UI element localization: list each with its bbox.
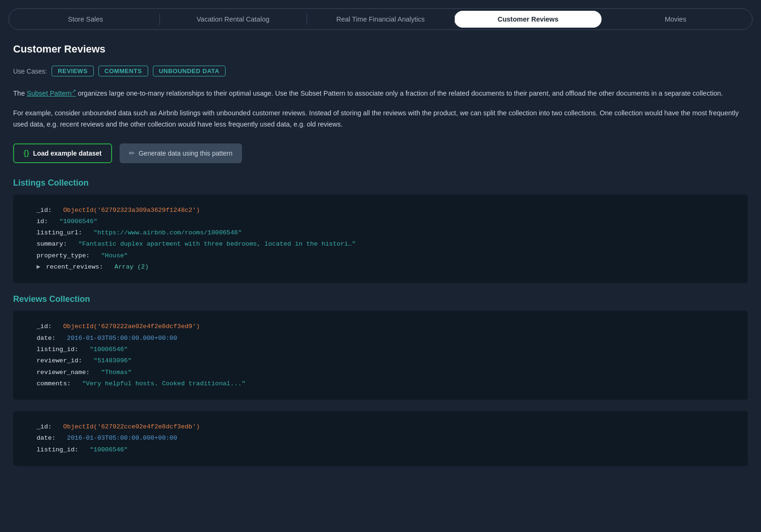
buttons-row: {} Load example dataset ✏ Generate data …	[13, 143, 748, 163]
listing-url-line: listing_url: "https://www.airbnb.com/roo…	[37, 227, 734, 239]
listings-code-block: _id: ObjectId('62792323a309a3629f1248c2'…	[13, 195, 748, 284]
load-dataset-button[interactable]: {} Load example dataset	[13, 143, 112, 163]
listings-collection-heading: Listings Collection	[13, 178, 748, 188]
listing-type-line: property_type: "House"	[37, 250, 734, 262]
desc1-post: organizes large one-to-many relationship…	[76, 90, 723, 97]
expand-arrow-icon[interactable]: ▶	[37, 263, 40, 270]
generate-data-label: Generate data using this pattern	[139, 150, 233, 157]
desc1-pre: The	[13, 90, 27, 97]
review1-reviewer-id-line: reviewer_id: "51483096"	[37, 355, 734, 367]
review2-date-line: date: 2016-01-03T05:00:00.000+00:00	[37, 433, 734, 444]
listing-id-line: _id: ObjectId('62792323a309a3629f1248c2'…	[37, 205, 734, 216]
description-example: For example, consider unbounded data suc…	[13, 108, 748, 130]
external-link-icon: ↗	[72, 88, 76, 94]
review-2-code-block: _id: ObjectId('627922cce02e4f2e8dcf3edb'…	[13, 411, 748, 466]
description-subset: The Subset Pattern↗ organizes large one-…	[13, 87, 748, 99]
tab-movies[interactable]: Movies	[602, 11, 749, 28]
review1-reviewer-name-line: reviewer_name: "Thomas"	[37, 367, 734, 378]
use-cases-label: Use Cases:	[13, 67, 47, 75]
reviews-collection-heading: Reviews Collection	[13, 294, 748, 304]
main-content: Customer Reviews Use Cases: REVIEWS COMM…	[0, 30, 761, 496]
tab-bar: Store Sales Vacation Rental Catalog Real…	[8, 8, 753, 30]
listing-id2-line: id: "10006546"	[37, 216, 734, 227]
curly-braces-icon: {}	[23, 149, 29, 157]
use-cases-row: Use Cases: REVIEWS COMMENTS UNBOUNDED DA…	[13, 66, 748, 76]
page-title: Customer Reviews	[13, 43, 748, 55]
badge-unbounded[interactable]: UNBOUNDED DATA	[153, 66, 226, 76]
tab-financial-analytics[interactable]: Real Time Financial Analytics	[307, 11, 454, 28]
badge-reviews[interactable]: REVIEWS	[52, 66, 93, 76]
tab-store-sales[interactable]: Store Sales	[12, 11, 159, 28]
tab-customer-reviews[interactable]: Customer Reviews	[454, 11, 602, 28]
generate-data-button[interactable]: ✏ Generate data using this pattern	[120, 143, 242, 163]
review1-id-line: _id: ObjectId('6279222ae02e4f2e8dcf3ed9'…	[37, 321, 734, 332]
review2-listing-line: listing_id: "10006546"	[37, 444, 734, 456]
badge-comments[interactable]: COMMENTS	[98, 66, 148, 76]
review1-comments-line: comments: "Very helpful hosts. Cooked tr…	[37, 378, 734, 390]
listing-reviews-line: ▶ recent_reviews: Array (2)	[37, 262, 734, 273]
listing-summary-line: summary: "Fantastic duplex apartment wit…	[37, 239, 734, 250]
load-dataset-label: Load example dataset	[33, 150, 101, 157]
review1-listing-line: listing_id: "10006546"	[37, 344, 734, 355]
tab-vacation-rental[interactable]: Vacation Rental Catalog	[159, 11, 307, 28]
review-1-code-block: _id: ObjectId('6279222ae02e4f2e8dcf3ed9'…	[13, 311, 748, 400]
pencil-icon: ✏	[129, 149, 135, 157]
review1-date-line: date: 2016-01-03T05:00:00.000+00:00	[37, 333, 734, 344]
subset-pattern-link[interactable]: Subset Pattern↗	[27, 90, 76, 97]
review2-id-line: _id: ObjectId('627922cce02e4f2e8dcf3edb'…	[37, 421, 734, 433]
